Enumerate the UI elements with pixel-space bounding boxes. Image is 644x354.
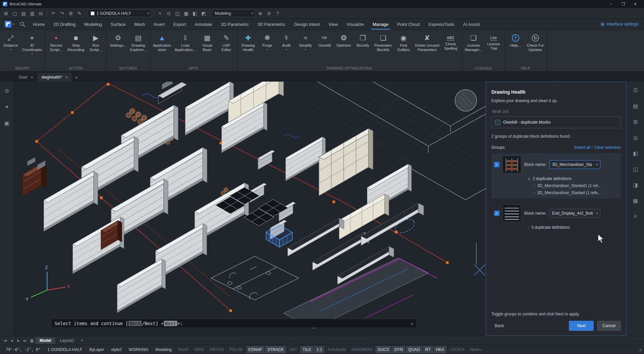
cad-drawing[interactable]: Z X Y: [14, 82, 486, 336]
tab-modeling[interactable]: Modeling: [80, 19, 106, 30]
tab-design-intent[interactable]: Design Intent: [290, 19, 324, 30]
tab-3d-parametric[interactable]: 3D Parametric: [253, 19, 290, 30]
entity-snap-icon[interactable]: ⊙: [165, 9, 173, 17]
pan-icon[interactable]: ⊕: [256, 9, 264, 17]
views-icon[interactable]: ◫: [173, 9, 181, 17]
toggle-polar[interactable]: POLAR: [227, 346, 246, 353]
orbit-icon[interactable]: ⊘: [265, 9, 273, 17]
command-keyword-back[interactable]: Back: [128, 321, 142, 326]
back-button[interactable]: Back: [491, 321, 507, 330]
close-button[interactable]: ✕: [629, 0, 641, 8]
sheets-icon[interactable]: ▦: [182, 9, 190, 17]
toggle-dyn[interactable]: DYN: [392, 346, 405, 353]
toggle-quad[interactable]: QUAD: [406, 346, 422, 353]
doc-tab-dwghealth[interactable]: dwghealth* ✕: [38, 73, 71, 82]
dark-cooler[interactable]: [158, 82, 186, 104]
tab-surface[interactable]: Surface: [106, 19, 130, 30]
duplicate-definition-item[interactable]: › 3D_Merchandiser_Slanted (1 refe...: [534, 190, 618, 195]
parametric-blockify-button[interactable]: ❑ Parametric Blockify: [373, 31, 394, 65]
audit-button[interactable]: ⚕ Audit ▾: [277, 31, 296, 65]
tags-panel-icon[interactable]: ◨: [631, 180, 640, 189]
selection-modes-dropdown[interactable]: None ▾: [468, 346, 484, 353]
maximize-button[interactable]: ❐: [617, 0, 629, 8]
tab-view[interactable]: View: [324, 19, 342, 30]
color-field[interactable]: ByLayer: [86, 347, 107, 352]
visibility-icon[interactable]: ⊘: [3, 86, 11, 95]
layer-selector[interactable]: 1 GONDOLA HALF ▾: [88, 9, 152, 17]
crosshair-icon[interactable]: ⌖: [156, 9, 164, 17]
tab-visualize[interactable]: Visualize: [342, 19, 368, 30]
tabbar-drag-handle[interactable]: ·····: [1, 75, 14, 82]
structure-panel-icon[interactable]: ≡: [631, 212, 640, 221]
model-viewport[interactable]: Z X Y Select items and continue [Back/Ne…: [14, 82, 486, 336]
stop-recording-button[interactable]: ■ Stop Recording: [66, 31, 86, 65]
application-store-button[interactable]: ▲ Application store: [151, 31, 173, 65]
block-name-dropdown[interactable]: 3D_Merchandiser_Sla ▾: [549, 160, 600, 169]
display-panel-icon[interactable]: ◫: [631, 165, 640, 173]
render-panel-icon[interactable]: ◧: [631, 149, 640, 158]
select-all-link[interactable]: Select all: [574, 145, 591, 150]
id-coordinates-button[interactable]: ⌖ ID Coordinates ▾: [20, 31, 44, 65]
ribbon-search-button[interactable]: [16, 19, 29, 30]
tab-point-cloud[interactable]: Point Cloud: [393, 19, 424, 30]
toggle-lwt[interactable]: LWT: [287, 346, 300, 353]
check-for-updates-button[interactable]: ↻ Check For Updates: [525, 31, 546, 65]
sheets-panel-icon[interactable]: ▦: [631, 196, 640, 205]
tab-annotate[interactable]: Annotate: [190, 19, 216, 30]
panels-tune-icon[interactable]: ☰: [631, 86, 640, 94]
optimize-button[interactable]: ❂ Optimize: [334, 31, 353, 65]
annotate-icon[interactable]: ✎: [75, 9, 84, 17]
run-script-button[interactable]: ▶ Run Script...: [86, 31, 105, 65]
interface-settings-button[interactable]: ⊞ Interface settings: [598, 19, 641, 30]
tab-manage[interactable]: Manage: [368, 19, 393, 30]
tab-home[interactable]: Home: [29, 19, 49, 30]
resize-grip-icon[interactable]: ◢: [639, 348, 641, 351]
doc-tab-start[interactable]: Start ✕: [15, 73, 37, 82]
redo-icon[interactable]: ↷: [58, 9, 66, 17]
block-name-dropdown[interactable]: End_Display_4x2_Bott ▾: [549, 209, 600, 218]
minimize-button[interactable]: –: [605, 0, 617, 8]
visual-basic-button[interactable]: ▦ Visual Basic: [198, 31, 217, 65]
shade-icon[interactable]: ◧: [191, 9, 199, 17]
cancel-button[interactable]: Cancel: [597, 321, 621, 331]
find-outliers-button[interactable]: ◉ Find Outliers: [394, 31, 413, 65]
next-button[interactable]: Next: [569, 321, 594, 331]
toggle-scale[interactable]: 1:1: [314, 346, 325, 353]
check-spelling-button[interactable]: ABC Check Spelling: [441, 31, 460, 65]
toggle-strack[interactable]: STRACK: [265, 346, 286, 353]
restroom-outline[interactable]: [211, 256, 299, 300]
text-style-field[interactable]: style2: [108, 347, 124, 352]
close-icon[interactable]: ✕: [31, 76, 33, 79]
group-checkbox[interactable]: ✓: [494, 162, 499, 167]
group-checkbox[interactable]: ✓: [494, 211, 499, 216]
print-icon[interactable]: ⊟: [37, 9, 45, 17]
duplicate-definitions-toggle[interactable]: ∨ 2 duplicate definitions: [528, 176, 618, 181]
layout1-tab[interactable]: Layout1: [56, 337, 78, 344]
duplicate-definition-item[interactable]: › 3D_Merchandiser_Slanted1 (1 ref...: [534, 183, 618, 188]
new-file-icon[interactable]: ▢: [11, 9, 19, 17]
panel-drag-handle[interactable]: ·····: [491, 84, 621, 87]
tab-2d-drafting[interactable]: 2D Drafting: [49, 19, 80, 30]
new-doc-tab-button[interactable]: +: [72, 73, 80, 82]
attachments-panel-icon[interactable]: ◎: [631, 133, 640, 142]
add-layout-button[interactable]: +: [79, 337, 85, 344]
command-line[interactable]: Select items and continue [Back/Next] <N…: [51, 319, 417, 328]
save-file-icon[interactable]: ▥: [28, 9, 36, 17]
cable-line[interactable]: [283, 134, 300, 138]
first-layout-button[interactable]: |◀: [2, 337, 8, 344]
blockify-button[interactable]: ❐ Blockify: [354, 31, 372, 65]
workspace-selector[interactable]: Modeling ▾: [212, 9, 256, 17]
simplify-button[interactable]: ≈ Simplify ▾: [296, 31, 315, 65]
drawing-explorer-button[interactable]: ▤ Drawing Explorer...: [128, 31, 148, 65]
record-script-button[interactable]: ● Record Script...: [47, 31, 65, 65]
dim-style-field[interactable]: WORKING: [125, 347, 152, 352]
workspace-field[interactable]: Modeling: [152, 347, 175, 352]
toggle-ortho[interactable]: ORTHO: [207, 346, 226, 353]
toggle-rt[interactable]: RT: [423, 346, 433, 353]
toggle-lockui[interactable]: LOCKUI: [447, 346, 467, 353]
duplicate-definitions-toggle[interactable]: › 3 duplicate definitions: [528, 225, 618, 230]
toggle-ducs[interactable]: DUCS: [375, 346, 391, 353]
tips-icon[interactable]: ✦: [3, 102, 11, 111]
blocks-stack-icon[interactable]: ▣: [3, 119, 11, 127]
command-keyword-next[interactable]: Next: [164, 321, 177, 326]
